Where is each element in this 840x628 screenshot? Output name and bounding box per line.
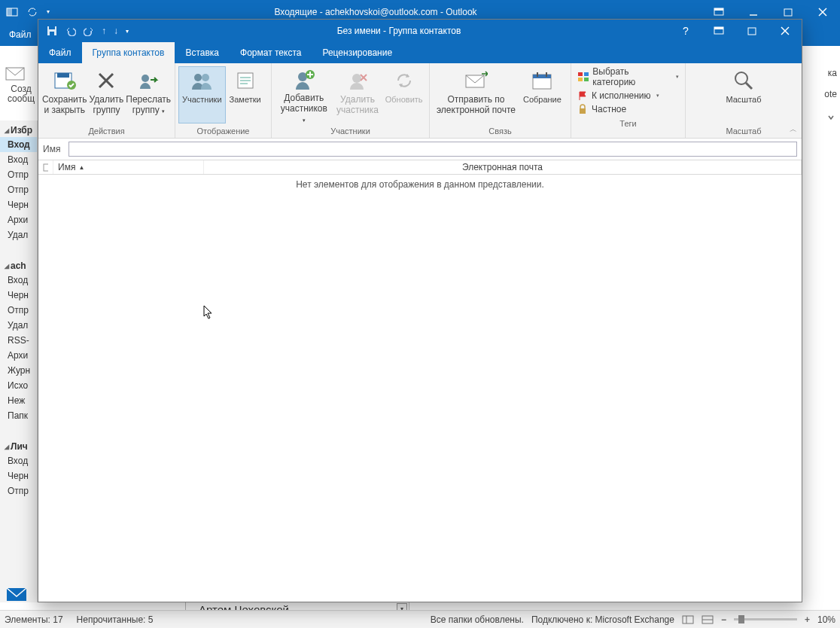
collapse-panel-icon[interactable] (826, 113, 835, 122)
folder-item[interactable]: Папк (0, 408, 37, 423)
svg-rect-23 (57, 73, 69, 78)
folder-item[interactable]: Неж (0, 393, 37, 408)
zoom-in-icon[interactable]: + (805, 614, 810, 625)
tab-format-text[interactable]: Формат текста (230, 42, 312, 63)
folder-item[interactable]: Черн (0, 197, 37, 212)
svg-point-27 (142, 75, 149, 82)
folder-item[interactable]: Журн (0, 363, 37, 378)
maximize-dialog-button[interactable] (735, 20, 768, 42)
tab-review[interactable]: Рецензирование (312, 42, 403, 63)
folder-item[interactable]: Черн (0, 468, 37, 483)
view-normal-icon[interactable] (682, 614, 694, 625)
svg-rect-10 (683, 616, 693, 623)
save-and-close-button[interactable]: Сохранитьи закрыть (41, 66, 87, 123)
favorites-header[interactable]: Избр (0, 120, 37, 137)
qat-sync-icon[interactable] (27, 7, 38, 17)
empty-message: Нет элементов для отображения в данном п… (296, 179, 544, 190)
folder-item[interactable]: Отпр (0, 303, 37, 318)
view-reading-icon[interactable] (702, 614, 714, 625)
tab-file-main[interactable]: Файл (0, 23, 41, 46)
members-list-header: Имя ▲ Электронная почта (38, 160, 802, 175)
add-members-button[interactable]: Добавитьучастников ▾ (275, 66, 333, 123)
folder-item[interactable]: Черн (0, 288, 37, 303)
arrow-up-icon[interactable]: ↑ (102, 26, 106, 36)
tab-contact-group[interactable]: Группа контактов (82, 42, 175, 63)
close-dialog-button[interactable] (768, 20, 802, 42)
group-members-label: Участники (272, 125, 429, 138)
send-email-button[interactable]: Отправить поэлектронной почте (433, 66, 519, 123)
zoom-slider[interactable] (734, 618, 797, 620)
folder-item[interactable]: Отпр (0, 182, 37, 197)
tab-insert[interactable]: Вставка (175, 42, 230, 63)
svg-rect-46 (578, 72, 583, 76)
svg-rect-16 (50, 32, 54, 35)
svg-rect-47 (584, 72, 589, 76)
svg-rect-1 (7, 8, 12, 16)
save-icon[interactable] (46, 25, 58, 37)
tab-file[interactable]: Файл (38, 42, 82, 63)
folder-item[interactable]: Отпр (0, 167, 37, 182)
dialog-tabs: Файл Группа контактов Вставка Формат тек… (38, 42, 802, 63)
close-button[interactable] (805, 0, 840, 23)
collapse-ribbon-icon[interactable]: ︿ (790, 124, 797, 135)
svg-line-52 (746, 83, 752, 89)
folder-item[interactable]: Удал (0, 318, 37, 333)
choose-category-button[interactable]: Выбрать категорию▾ (577, 66, 679, 87)
folder-item[interactable]: Вход (0, 453, 37, 468)
notes-view-button[interactable]: Заметки (226, 66, 265, 123)
folder-item[interactable]: Исхо (0, 378, 37, 393)
status-connection: Подключено к: Microsoft Exchange (531, 614, 674, 625)
members-view-button[interactable]: Участники (178, 66, 226, 123)
group-display-label: Отображение (175, 125, 271, 138)
undo-icon[interactable] (65, 26, 76, 36)
dialog-title: Без имени - Группа контактов (129, 26, 669, 36)
group-zoom-label: Масштаб (686, 125, 802, 138)
svg-rect-49 (584, 78, 589, 81)
redo-icon[interactable] (84, 26, 94, 36)
folder-item[interactable]: Вход (0, 152, 37, 167)
new-mail-button-fragment[interactable]: Создсообщ (5, 63, 38, 104)
mouse-cursor-icon (203, 305, 214, 320)
column-name[interactable]: Имя ▲ (53, 160, 204, 174)
folder-panel: Избр Вход Вход Отпр Отпр Черн Архи Удал … (0, 120, 38, 602)
svg-point-28 (194, 74, 202, 81)
folder-item[interactable]: Отпр (0, 483, 37, 498)
column-icon[interactable] (38, 160, 53, 174)
svg-rect-3 (714, 8, 723, 11)
meeting-button[interactable]: Собрание (519, 66, 565, 123)
folder-item[interactable]: Вход (0, 273, 37, 288)
zoom-button[interactable]: Масштаб (722, 66, 765, 123)
folder-item[interactable]: Удал (0, 227, 37, 242)
svg-rect-5 (784, 9, 792, 16)
personal-header[interactable]: Лич (0, 437, 37, 453)
ribbon-display-icon[interactable] (702, 20, 735, 42)
status-bar: Элементы: 17 Непрочитанные: 5 Все папки … (0, 610, 840, 628)
help-button[interactable]: ? (669, 20, 702, 42)
account-header[interactable]: ach (0, 256, 37, 273)
folder-item[interactable]: RSS- (0, 333, 37, 348)
svg-rect-43 (533, 75, 551, 78)
follow-up-button[interactable]: К исполнению▾ (577, 90, 679, 101)
column-email[interactable]: Электронная почта (204, 160, 802, 174)
zoom-percent: 10% (817, 614, 835, 625)
mail-nav-icon[interactable] (6, 586, 27, 602)
svg-rect-53 (44, 164, 48, 171)
folder-item[interactable]: Архи (0, 348, 37, 363)
svg-rect-15 (49, 26, 55, 29)
svg-point-29 (202, 74, 209, 81)
svg-rect-18 (714, 27, 723, 29)
svg-rect-19 (748, 28, 756, 35)
forward-group-button[interactable]: Переслатьгруппу ▾ (125, 66, 172, 123)
arrow-down-icon[interactable]: ↓ (114, 26, 118, 36)
status-elements: Элементы: 17 (5, 614, 63, 625)
zoom-out-icon[interactable]: − (721, 614, 726, 625)
dialog-titlebar: ↑ ↓ ▾ Без имени - Группа контактов ? (38, 20, 802, 42)
folder-item[interactable]: Архи (0, 212, 37, 227)
group-name-input[interactable] (68, 142, 797, 157)
private-button[interactable]: Частное (577, 104, 679, 114)
folder-item[interactable]: Вход (0, 137, 37, 152)
group-tags-label: Теги (571, 117, 685, 130)
status-unread: Непрочитанные: 5 (77, 614, 154, 625)
delete-group-button[interactable]: Удалитьгруппу (87, 66, 125, 123)
app-icon (6, 6, 18, 18)
